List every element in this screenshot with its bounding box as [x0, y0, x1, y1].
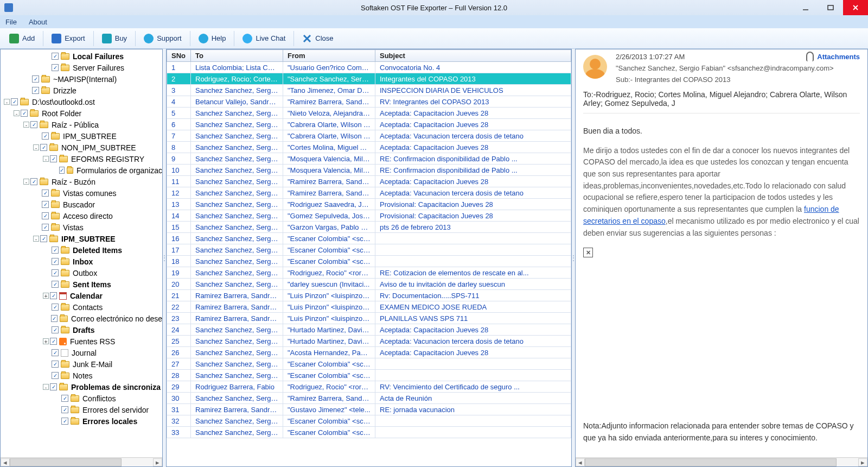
tree-item[interactable]: Buscador	[2, 199, 162, 210]
checkbox[interactable]	[50, 155, 57, 162]
table-row[interactable]: 29Rodriguez Barrera, Fabio"Rodriguez, Ro…	[167, 381, 571, 393]
table-row[interactable]: 18Sanchez Sanchez, Sergio F..."Escaner C…	[167, 256, 571, 267]
checkbox[interactable]	[51, 315, 58, 322]
tree-item[interactable]: Vistas	[2, 222, 162, 233]
collapse-icon[interactable]: -	[33, 144, 39, 150]
table-row[interactable]: 11Sanchez Sanchez, Sergio F..."Ramirez B…	[167, 176, 571, 187]
tree-item[interactable]: Formularios de organizac	[2, 165, 162, 176]
tree-item[interactable]: IPM_SUBTREE	[2, 130, 162, 142]
buy-button[interactable]: Buy	[96, 30, 133, 47]
tree-item[interactable]: ~MAPISP(Internal)	[2, 73, 162, 85]
table-row[interactable]: 14Sanchez Sanchez, Sergio F..."Gomez Sep…	[167, 210, 571, 222]
table-row[interactable]: 17Sanchez Sanchez, Sergio F..."Escaner C…	[167, 244, 571, 256]
tree-item[interactable]: Deleted Items	[2, 244, 162, 256]
checkbox[interactable]	[30, 121, 37, 128]
close-button[interactable]: Close	[296, 30, 339, 47]
table-row[interactable]: 33Sanchez Sanchez, Sergio F..."Escaner C…	[167, 427, 571, 438]
expand-icon[interactable]: +	[43, 293, 49, 299]
collapse-icon[interactable]: -	[14, 110, 20, 116]
checkbox[interactable]	[52, 326, 59, 333]
col-to[interactable]: To	[191, 50, 283, 62]
tree-item[interactable]: Junk E-Mail	[2, 358, 162, 370]
menu-file[interactable]: File	[5, 18, 17, 26]
table-row[interactable]: 28Sanchez Sanchez, Sergio F..."Escaner C…	[167, 370, 571, 381]
col-sno[interactable]: SNo	[167, 50, 191, 62]
menu-about[interactable]: About	[29, 18, 47, 26]
expand-icon[interactable]: +	[43, 338, 49, 344]
checkbox[interactable]	[52, 258, 59, 265]
tree-item[interactable]: Inbox	[2, 256, 162, 267]
tree-item[interactable]: -Raíz - Pública	[2, 119, 162, 130]
table-row[interactable]: 12Sanchez Sanchez, Sergio F..."Ramirez B…	[167, 187, 571, 199]
tree-item[interactable]: Errores del servidor	[2, 404, 162, 415]
collapse-icon[interactable]: -	[43, 156, 49, 162]
tree-item[interactable]: -Root Folder	[2, 108, 162, 119]
table-row[interactable]: 31Ramirez Barrera, Sandra ..."Gustavo Ji…	[167, 404, 571, 415]
collapse-icon[interactable]: -	[23, 122, 29, 128]
table-row[interactable]: 27Sanchez Sanchez, Sergio F..."Escaner C…	[167, 358, 571, 370]
table-row[interactable]: 20Sanchez Sanchez, Sergio F..."darley su…	[167, 279, 571, 290]
table-row[interactable]: 19Sanchez Sanchez, Sergio F..."Rodriguez…	[167, 267, 571, 279]
checkbox[interactable]	[40, 144, 47, 151]
checkbox[interactable]	[52, 281, 59, 288]
tree-item[interactable]: Acceso directo	[2, 210, 162, 222]
folder-tree[interactable]: Local FailuresServer Failures~MAPISP(Int…	[1, 49, 162, 457]
table-row[interactable]: 5Sanchez Sanchez, Sergio F..."Nieto Velo…	[167, 108, 571, 119]
table-row[interactable]: 4Betancur Vallejo, Sandra ..."Ramirez Ba…	[167, 96, 571, 108]
table-row[interactable]: 16Sanchez Sanchez, Sergio F..."Escaner C…	[167, 233, 571, 244]
checkbox[interactable]	[52, 247, 59, 254]
titlebar[interactable]: Softaken OST File Exporter – Full Versio…	[0, 0, 868, 15]
checkbox[interactable]	[50, 383, 57, 390]
checkbox[interactable]	[52, 361, 59, 368]
tree-item[interactable]: Outbox	[2, 267, 162, 279]
tree-item[interactable]: +Calendar	[2, 290, 162, 301]
tree-item[interactable]: Local Failures	[2, 51, 162, 62]
collapse-icon[interactable]: -	[33, 236, 39, 242]
checkbox[interactable]	[30, 178, 37, 185]
add-button[interactable]: Add	[3, 30, 41, 47]
checkbox[interactable]	[42, 212, 49, 219]
table-row[interactable]: 9Sanchez Sanchez, Sergio F..."Mosquera V…	[167, 153, 571, 165]
minimize-button[interactable]	[793, 0, 818, 15]
table-row[interactable]: 13Sanchez Sanchez, Sergio F..."Rodriguez…	[167, 199, 571, 210]
checkbox[interactable]	[52, 53, 59, 60]
table-row[interactable]: 8Sanchez Sanchez, Sergio F..."Cortes Mol…	[167, 142, 571, 153]
attachments-link[interactable]: Attachments	[806, 52, 860, 61]
table-row[interactable]: 22Ramirez Barrera, Sandra ..."Luis Pinzo…	[167, 301, 571, 313]
tree-horizontal-scrollbar[interactable]: ◂ ▸	[1, 457, 162, 466]
checkbox[interactable]	[11, 98, 18, 105]
table-row[interactable]: 32Sanchez Sanchez, Sergio F..."Escaner C…	[167, 415, 571, 427]
scroll-left-icon[interactable]: ◂	[1, 458, 10, 466]
scroll-right-icon[interactable]: ▸	[153, 458, 162, 466]
table-row[interactable]: 21Ramirez Barrera, Sandra ..."Luis Pinzo…	[167, 290, 571, 301]
table-row[interactable]: 2Rodriguez, Rocio; Cortes ..."Sanchez Sa…	[167, 73, 571, 85]
table-row[interactable]: 23Ramirez Barrera, Sandra ..."Luis Pinzo…	[167, 313, 571, 324]
tree-item[interactable]: Correo electrónico no dese	[2, 313, 162, 324]
tree-item[interactable]: Contacts	[2, 301, 162, 313]
checkbox[interactable]	[61, 395, 68, 402]
checkbox[interactable]	[42, 190, 49, 197]
col-subject[interactable]: Subject	[375, 50, 571, 62]
checkbox[interactable]	[61, 406, 68, 413]
table-row[interactable]: 15Sanchez Sanchez, Sergio F..."Garzon Va…	[167, 222, 571, 233]
export-button[interactable]: Export	[46, 30, 91, 47]
checkbox[interactable]	[42, 132, 49, 140]
tree-item[interactable]: Sent Items	[2, 279, 162, 290]
help-button[interactable]: Help	[193, 30, 232, 47]
support-button[interactable]: Support	[138, 30, 188, 47]
table-row[interactable]: 30Sanchez Sanchez, Sergio F..."Ramirez B…	[167, 393, 571, 404]
tree-item[interactable]: Journal	[2, 347, 162, 358]
checkbox[interactable]	[32, 87, 39, 94]
checkbox[interactable]	[32, 75, 39, 83]
maximize-button[interactable]	[818, 0, 843, 15]
checkbox[interactable]	[40, 235, 47, 242]
checkbox[interactable]	[50, 292, 57, 299]
table-row[interactable]: 1Lista Colombia; Lista Colo..."Usuario G…	[167, 62, 571, 73]
checkbox[interactable]	[59, 167, 65, 174]
checkbox[interactable]	[50, 338, 57, 345]
tree-item[interactable]: +Fuentes RSS	[2, 336, 162, 347]
tree-item[interactable]: Notes	[2, 370, 162, 381]
checkbox[interactable]	[52, 372, 59, 379]
checkbox[interactable]	[52, 349, 59, 356]
tree-item[interactable]: -NON_IPM_SUBTREE	[2, 142, 162, 153]
